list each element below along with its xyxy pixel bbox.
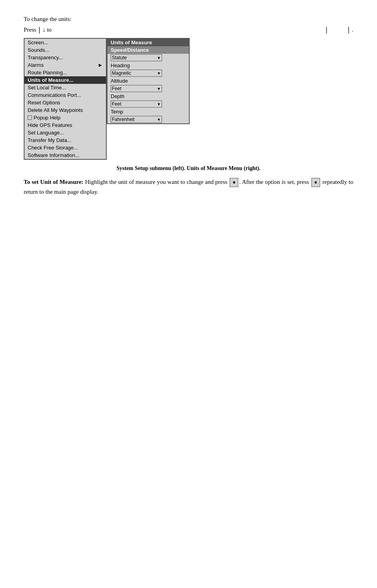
menu-item-set-local-time[interactable]: Set Local Time... <box>25 84 106 91</box>
menu-item-software-info[interactable]: Software Information... <box>25 151 106 159</box>
caption: System Setup submenu (left). Units of Me… <box>24 165 353 172</box>
right-menu: Units of Measure Speed/Distance Statute … <box>107 38 190 124</box>
menu-item-delete-waypoints[interactable]: Delete All My Waypoints <box>25 106 106 114</box>
menu-item-check-storage[interactable]: Check Free Storage... <box>25 144 106 151</box>
menu-item-communications-port[interactable]: Communications Port... <box>25 91 106 99</box>
intro-text: To change the units: <box>24 16 353 23</box>
depth-dropdown[interactable]: Feet ▼ <box>111 100 162 108</box>
heading-row: Magnetic ▼ <box>107 69 189 77</box>
speed-distance-value: Statute <box>112 55 127 61</box>
altitude-value: Feet <box>112 86 121 91</box>
arrow-down: ↓ to <box>43 26 52 33</box>
pipe3: | <box>348 26 349 34</box>
left-menu: Screen... Sounds... Transparency... Alar… <box>24 38 107 160</box>
pipe2: | <box>326 26 327 34</box>
depth-row: Feet ▼ <box>107 100 189 108</box>
temp-label: Temp <box>107 108 189 115</box>
press-label: Press <box>24 26 36 33</box>
altitude-dropdown[interactable]: Feet ▼ <box>111 85 162 92</box>
description-bold: To set Unit of Measure: <box>24 179 83 185</box>
enter-button: ● <box>230 178 238 187</box>
menu-item-sounds[interactable]: Sounds... <box>25 46 106 54</box>
menu-item-hide-gps[interactable]: Hide GPS Features <box>25 121 106 129</box>
depth-arrow: ▼ <box>157 102 161 106</box>
menu-item-popup-help[interactable]: Popup Help <box>25 114 106 121</box>
temp-dropdown[interactable]: Fahrenheit ▼ <box>111 116 162 123</box>
menu-item-route-planning[interactable]: Route Planning... <box>25 69 106 76</box>
heading-arrow: ▼ <box>157 71 161 76</box>
description-text1: Highlight the unit of measure you want t… <box>83 179 227 185</box>
units-of-measure-header: Units of Measure <box>107 39 189 46</box>
description-text2: . After the option is set, press <box>239 179 309 185</box>
popup-help-checkbox[interactable] <box>28 115 32 120</box>
alarms-label: Alarms <box>28 62 43 68</box>
alarms-arrow: ► <box>98 62 103 68</box>
menu-item-units-of-measure[interactable]: Units of Measure... <box>25 76 106 84</box>
depth-label: Depth <box>107 93 189 100</box>
depth-value: Feet <box>112 101 121 107</box>
description-block: To set Unit of Measure: Highlight the un… <box>24 177 353 197</box>
speed-distance-row: Statute ▼ <box>107 54 189 62</box>
press-line: Press | ↓ to | | . <box>24 26 353 34</box>
speed-distance-dropdown[interactable]: Statute ▼ <box>111 54 162 61</box>
heading-dropdown[interactable]: Magnetic ▼ <box>111 70 162 77</box>
temp-value: Fahrenheit <box>112 117 134 122</box>
altitude-row: Feet ▼ <box>107 85 189 93</box>
pipe1: | <box>39 26 40 34</box>
dot: . <box>352 26 353 33</box>
temp-arrow: ▼ <box>157 117 161 122</box>
heading-label: Heading <box>107 62 189 69</box>
temp-row: Fahrenheit ▼ <box>107 115 189 123</box>
menu-item-reset-options[interactable]: Reset Options <box>25 99 106 106</box>
menu-item-transparency[interactable]: Transparency... <box>25 54 106 61</box>
menu-item-screen[interactable]: Screen... <box>25 39 106 46</box>
menu-item-set-language[interactable]: Set Language... <box>25 129 106 136</box>
altitude-arrow: ▼ <box>157 87 161 91</box>
heading-value: Magnetic <box>112 70 131 76</box>
speed-distance-arrow: ▼ <box>157 56 161 60</box>
altitude-label: Altitude <box>107 77 189 85</box>
menus-container: Screen... Sounds... Transparency... Alar… <box>24 38 353 160</box>
page-button: ● <box>311 178 320 187</box>
speed-distance-header: Speed/Distance <box>107 46 189 54</box>
menu-item-transfer-data[interactable]: Transfer My Data... <box>25 136 106 144</box>
popup-help-label: Popup Help <box>34 115 60 121</box>
menu-item-alarms[interactable]: Alarms ► <box>25 61 106 69</box>
